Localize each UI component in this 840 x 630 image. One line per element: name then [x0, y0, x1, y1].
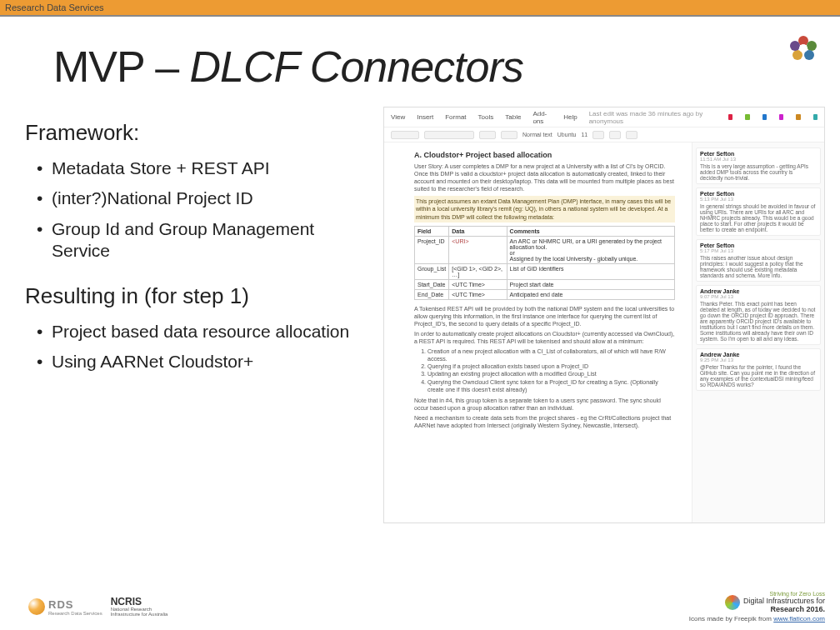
svg-point-1 [807, 41, 817, 51]
title-prefix: MVP – [53, 42, 190, 91]
menu-item: Format [445, 113, 466, 121]
comment: Peter Sefton5:13 PM Jul 13In general str… [696, 188, 821, 236]
doc-page-content: A. Cloudstor+ Project based allocation U… [384, 142, 692, 522]
swirl-icon [725, 595, 740, 610]
doc-section-heading: A. Cloudstor+ Project based allocation [414, 151, 675, 159]
rds-logo: RDS Research Data Services [28, 598, 102, 616]
header-bar: Research Data Services [0, 0, 840, 17]
doc-menu-bar: View Insert Format Tools Table Add-ons H… [384, 108, 824, 128]
svg-point-4 [790, 41, 800, 51]
avatar-icon [813, 114, 818, 120]
rds-sub: Research Data Services [48, 611, 102, 616]
doc-user-story: User Story: A user completes a DMP for a… [414, 162, 675, 192]
resulting-list: Project based data resource allocation U… [37, 321, 375, 373]
rds-acronym: RDS [48, 598, 102, 611]
dir-logo: Striving for Zero Loss Digital Infrastru… [689, 591, 825, 613]
doc-format-bar: Normal textUbuntu11 [384, 128, 824, 142]
avatar-icon [745, 114, 749, 120]
comment: Andrew Janke9:07 PM Jul 13Thanks Peter. … [696, 285, 821, 345]
doc-paragraph: In order to automatically create project… [414, 330, 675, 345]
menu-item: View [391, 113, 405, 121]
avatar-icon [796, 114, 800, 120]
flower-icon [787, 32, 820, 65]
svg-point-5 [799, 44, 808, 52]
menu-item: Help [563, 113, 577, 121]
comment: Peter Sefton11:51 AM Jul 13This is a ver… [696, 148, 821, 184]
doc-need: Need a mechanism to create data sets fro… [414, 414, 675, 429]
header-label: Research Data Services [5, 2, 104, 12]
menu-item: Insert [417, 113, 433, 121]
avatar-icon [728, 114, 732, 120]
doc-ordered-list: Creation of a new project allocation wit… [428, 348, 675, 393]
doc-comments-panel: Peter Sefton11:51 AM Jul 13This is a ver… [692, 142, 824, 522]
list-item: Using AARNet Cloudstor+ [37, 351, 375, 372]
footer: RDS Research Data Services NCRIS Nationa… [0, 587, 840, 630]
menu-item: Add-ons [532, 110, 552, 125]
rds-circle-icon [28, 598, 45, 615]
comment: Andrew Janke9:25 PM Jul 13@Peter Thanks … [696, 348, 821, 391]
menu-item: Table [505, 113, 521, 121]
doc-note: Note that in #4, this group token is a s… [414, 397, 675, 412]
avatar-icon [779, 114, 783, 120]
icon-credit: Icons made by Freepik from www.flaticon.… [689, 615, 825, 622]
comment: Peter Sefton5:17 PM Jul 13This raises an… [696, 239, 821, 282]
list-item: Metadata Store + REST API [37, 158, 375, 179]
doc-paragraph: A Tokenised REST API will be provided by… [414, 305, 675, 328]
framework-list: Metadata Store + REST API (inter?)Nation… [37, 158, 375, 262]
list-item: Project based data resource allocation [37, 321, 375, 342]
document-screenshot: View Insert Format Tools Table Add-ons H… [383, 107, 825, 523]
slide-title: MVP – DLCF Connectors [0, 17, 840, 100]
menu-item: Tools [478, 113, 494, 121]
resulting-heading: Resulting in (for step 1) [25, 283, 375, 309]
avatar-icon [762, 114, 767, 120]
ncris-logo: NCRIS National Research Infrastructure f… [111, 597, 168, 617]
body-text: Framework: Metadata Store + REST API (in… [25, 100, 375, 523]
list-item: (inter?)National Project ID [37, 188, 375, 209]
doc-highlight: This project assumes an extant Data Mana… [414, 196, 675, 222]
last-edit-text: Last edit was made 36 minutes ago by ano… [589, 110, 704, 125]
title-emphasis: DLCF Connectors [190, 42, 523, 91]
metadata-table: FieldDataComments Project_ID<URI>An ARC … [414, 226, 675, 300]
framework-heading: Framework: [25, 120, 375, 146]
list-item: Group Id and Group Management Service [37, 218, 375, 262]
